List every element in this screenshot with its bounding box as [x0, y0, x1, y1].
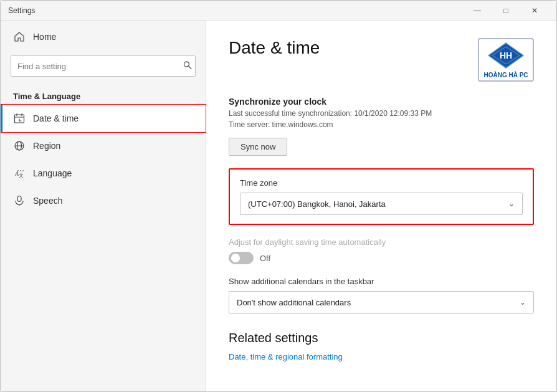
- logo-text: HOÀNG HÀ PC: [483, 72, 528, 79]
- sidebar-item-date-time[interactable]: Date & time: [1, 105, 206, 132]
- calendar-chevron-icon: ⌄: [520, 298, 526, 307]
- title-bar: Settings — □ ✕: [1, 1, 556, 21]
- sidebar-item-speech-label: Speech: [33, 196, 62, 206]
- svg-line-1: [189, 66, 191, 69]
- daylight-label: Adjust for daylight saving time automati…: [229, 237, 534, 247]
- daylight-section: Adjust for daylight saving time automati…: [229, 237, 534, 264]
- search-input[interactable]: [11, 55, 196, 77]
- search-box[interactable]: [11, 55, 196, 77]
- related-settings-section: Related settings Date, time & regional f…: [229, 331, 534, 361]
- language-icon: A 文: [13, 167, 26, 179]
- related-title: Related settings: [229, 331, 534, 345]
- timezone-dropdown[interactable]: (UTC+07:00) Bangkok, Hanoi, Jakarta ⌄: [240, 193, 523, 215]
- close-button[interactable]: ✕: [520, 1, 549, 21]
- calendar-value: Don't show additional calendars: [237, 298, 351, 307]
- sidebar: Home Time & Language: [1, 21, 206, 391]
- sync-now-button[interactable]: Sync now: [229, 138, 287, 156]
- daylight-toggle[interactable]: [229, 252, 254, 264]
- minimize-button[interactable]: —: [463, 1, 492, 21]
- sidebar-section-label: Time & Language: [1, 87, 206, 105]
- timezone-chevron-icon: ⌄: [508, 199, 515, 208]
- logo-svg: HH: [487, 42, 525, 69]
- sidebar-item-speech[interactable]: Speech: [1, 187, 206, 214]
- sidebar-home-item[interactable]: Home: [1, 21, 206, 53]
- timezone-label: Time zone: [240, 178, 523, 188]
- sync-section: Synchronize your clock Last successful t…: [229, 97, 534, 156]
- settings-window: Settings — □ ✕ Home: [0, 0, 557, 392]
- calendar-dropdown[interactable]: Don't show additional calendars ⌄: [229, 291, 534, 313]
- sidebar-item-date-time-label: Date & time: [33, 113, 79, 123]
- main-header: Date & time HH HOÀNG HÀ PC: [229, 38, 534, 82]
- content-area: Home Time & Language: [1, 21, 556, 391]
- sync-heading: Synchronize your clock: [229, 97, 534, 107]
- calendar-section: Show additional calendars in the taskbar…: [229, 277, 534, 313]
- maximize-button[interactable]: □: [492, 1, 520, 21]
- page-title: Date & time: [229, 38, 320, 58]
- timezone-value: (UTC+07:00) Bangkok, Hanoi, Jakarta: [248, 199, 386, 209]
- sidebar-item-language[interactable]: A 文 Language: [1, 160, 206, 187]
- title-bar-controls: — □ ✕: [463, 1, 549, 21]
- search-icon[interactable]: [183, 61, 192, 72]
- sidebar-item-language-label: Language: [33, 168, 72, 178]
- sidebar-item-region[interactable]: Region: [1, 132, 206, 160]
- region-icon: [13, 140, 26, 152]
- daylight-toggle-row: Off: [229, 252, 534, 264]
- main-content: Date & time HH HOÀNG HÀ PC Synchronize y…: [206, 21, 556, 391]
- toggle-state-label: Off: [260, 254, 270, 263]
- regional-formatting-link[interactable]: Date, time & regional formatting: [229, 352, 343, 361]
- toggle-thumb: [231, 254, 240, 262]
- svg-rect-14: [17, 196, 21, 202]
- date-time-icon: [13, 112, 26, 125]
- sidebar-item-region-label: Region: [33, 141, 60, 151]
- home-icon: [13, 31, 26, 43]
- svg-text:文: 文: [19, 173, 24, 178]
- svg-point-0: [184, 62, 189, 67]
- last-sync-text: Last successful time synchronization: 10…: [229, 109, 534, 118]
- timezone-section: Time zone (UTC+07:00) Bangkok, Hanoi, Ja…: [229, 168, 534, 225]
- time-server-text: Time server: time.windows.com: [229, 120, 534, 129]
- brand-logo: HH HOÀNG HÀ PC: [478, 38, 534, 82]
- svg-text:HH: HH: [500, 50, 512, 60]
- speech-icon: [13, 194, 26, 207]
- calendar-label: Show additional calendars in the taskbar: [229, 277, 534, 286]
- home-label: Home: [33, 32, 56, 42]
- window-title: Settings: [8, 6, 35, 15]
